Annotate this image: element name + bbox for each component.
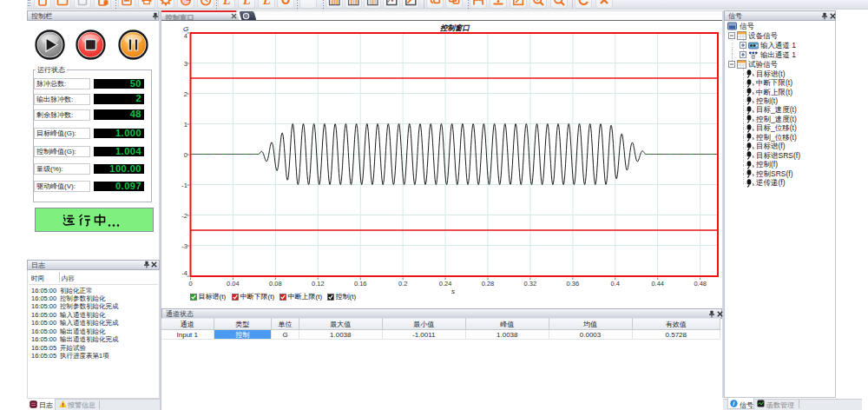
svg-text:L: L <box>242 0 251 7</box>
svg-text:L: L <box>222 0 231 7</box>
svg-text:WAV: WAV <box>302 0 313 1</box>
svg-text:L: L <box>262 0 271 7</box>
